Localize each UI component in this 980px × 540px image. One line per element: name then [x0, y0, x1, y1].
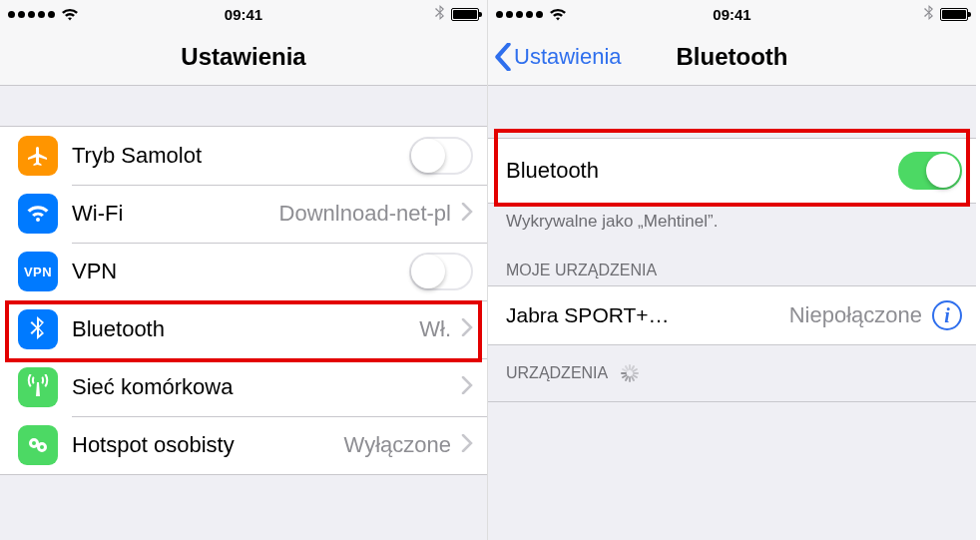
row-bluetooth-toggle[interactable]: Bluetooth: [488, 139, 976, 203]
row-label: Bluetooth: [506, 158, 898, 184]
navbar: Ustawienia: [0, 28, 487, 86]
wifi-value: Downlnoad-net-pl: [279, 201, 451, 227]
row-label: VPN: [72, 259, 409, 284]
info-button[interactable]: i: [932, 300, 962, 330]
my-devices-list: Jabra SPORT+… Niepołączone i: [488, 285, 976, 345]
row-label: Hotspot osobisty: [72, 432, 336, 458]
bluetooth-status-icon: [435, 5, 445, 24]
device-status: Niepołączone: [789, 302, 922, 328]
back-button[interactable]: Ustawienia: [494, 43, 622, 71]
row-label: Sieć komórkowa: [72, 374, 451, 400]
row-label: Tryb Samolot: [72, 143, 409, 169]
page-title: Bluetooth: [677, 43, 788, 71]
chevron-right-icon: [461, 376, 473, 398]
chevron-right-icon: [461, 434, 473, 456]
signal-dots-icon: [8, 11, 55, 18]
airplane-toggle[interactable]: [409, 137, 473, 175]
navbar: Ustawienia Bluetooth: [488, 28, 976, 86]
hotspot-value: Wyłączone: [344, 432, 451, 458]
row-label: Bluetooth: [72, 316, 411, 342]
page-title: Ustawienia: [181, 43, 305, 71]
back-label: Ustawienia: [514, 44, 622, 70]
battery-icon: [451, 8, 479, 21]
device-row[interactable]: Jabra SPORT+… Niepołączone i: [488, 286, 976, 344]
hotspot-icon: [18, 425, 58, 465]
status-time: 09:41: [225, 6, 262, 23]
wifi-icon: [18, 194, 58, 234]
row-hotspot[interactable]: Hotspot osobisty Wyłączone: [0, 416, 487, 474]
bluetooth-toggle[interactable]: [898, 152, 962, 190]
bluetooth-screen: 09:41 Ustawienia Bluetooth Bluetooth: [488, 0, 976, 540]
device-name: Jabra SPORT+…: [506, 303, 781, 327]
signal-dots-icon: [496, 11, 543, 18]
discoverable-note: Wykrywalne jako „Mehtinel”.: [488, 204, 976, 234]
chevron-left-icon: [494, 43, 512, 71]
row-bluetooth[interactable]: Bluetooth Wł.: [0, 300, 487, 358]
chevron-right-icon: [461, 203, 473, 225]
status-bar: 09:41: [0, 0, 487, 28]
bluetooth-value: Wł.: [419, 316, 451, 342]
bluetooth-status-icon: [924, 5, 934, 24]
my-devices-header: MOJE URZĄDZENIA: [488, 234, 976, 285]
row-wifi[interactable]: Wi-Fi Downlnoad-net-pl: [0, 185, 487, 243]
wifi-status-icon: [549, 8, 567, 21]
status-bar: 09:41: [488, 0, 976, 28]
wifi-status-icon: [61, 8, 79, 21]
settings-list: Tryb Samolot Wi-Fi Downlnoad-net-pl VPN …: [0, 126, 487, 475]
status-time: 09:41: [713, 6, 750, 23]
bluetooth-toggle-group: Bluetooth: [488, 138, 976, 204]
row-vpn[interactable]: VPN VPN: [0, 243, 487, 300]
cellular-icon: [18, 367, 58, 407]
bluetooth-icon: [18, 309, 58, 349]
vpn-icon: VPN: [18, 252, 58, 291]
row-cellular[interactable]: Sieć komórkowa: [0, 358, 487, 416]
row-label: Wi-Fi: [72, 201, 271, 227]
vpn-toggle[interactable]: [409, 253, 473, 290]
other-devices-header: URZĄDZENIA: [488, 345, 976, 401]
settings-screen: 09:41 Ustawienia Tryb Samolot: [0, 0, 488, 540]
airplane-icon: [18, 136, 58, 176]
chevron-right-icon: [461, 318, 473, 340]
spinner-icon: [620, 363, 640, 383]
row-airplane-mode[interactable]: Tryb Samolot: [0, 127, 487, 185]
battery-icon: [940, 8, 968, 21]
